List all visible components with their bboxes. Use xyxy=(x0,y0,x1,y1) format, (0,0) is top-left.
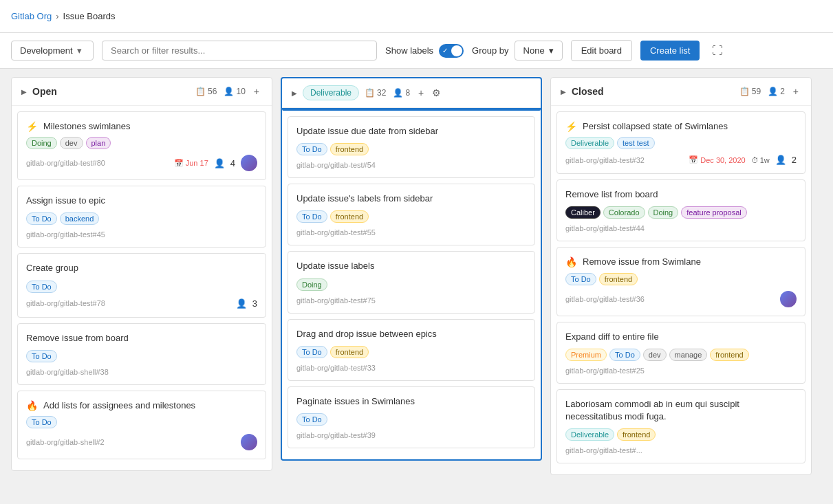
column-settings-button[interactable]: ⚙ xyxy=(429,86,444,100)
column-actions: +⚙ xyxy=(415,86,444,100)
card-reference: gitlab-org/gitlab-test#45 xyxy=(26,230,105,239)
card-labels: Doingdevplan xyxy=(26,137,257,149)
issue-count: 📋 32 xyxy=(365,88,386,98)
column-collapse-button[interactable]: ▶ xyxy=(21,88,27,96)
label-doing: Doing xyxy=(648,206,679,219)
toolbar: Development ▾ Show labels ✓ Group by Non… xyxy=(0,33,833,69)
top-bar: Gitlab Org › Issue Boards xyxy=(0,0,833,33)
label-doing: Doing xyxy=(26,137,57,149)
card-meta: gitlab-org/gitlab-shell#2 xyxy=(26,434,257,450)
board-selector[interactable]: Development ▾ xyxy=(11,41,94,61)
milestone-icon: ⚡ xyxy=(565,121,577,132)
card-labels: To Do xyxy=(26,350,257,362)
card-meta: gitlab-org/gitlab-shell#38 xyxy=(26,368,257,376)
cards-container: Update issue due date from sidebarTo Dof… xyxy=(282,111,541,459)
breadcrumb: Gitlab Org › Issue Boards xyxy=(11,11,115,21)
create-list-button[interactable]: Create list xyxy=(640,41,700,61)
calendar-icon: 📅 xyxy=(689,155,698,164)
card-title: Expand diff to entire file xyxy=(565,331,797,343)
issue-icon: 📋 xyxy=(739,87,750,96)
card-title: Paginate issues in Swimlanes xyxy=(296,395,526,408)
label-todo: To Do xyxy=(26,212,57,225)
card-cl5[interactable]: Laboriosam commodi ab in eum qui suscipi… xyxy=(556,389,805,463)
label-todo: To Do xyxy=(296,413,327,426)
show-labels-label: Show labels xyxy=(385,45,433,56)
label-todo: To Do xyxy=(26,350,57,362)
card-date: 📅 Dec 30, 2020 xyxy=(689,155,745,164)
card-reference: gitlab-org/gitlab-test#78 xyxy=(26,299,105,307)
avatar xyxy=(241,434,257,450)
issue-icon: 📋 xyxy=(195,87,206,96)
card-d3[interactable]: Update issue labelsDoinggitlab-org/gitla… xyxy=(288,251,535,313)
member-count: 👤 10 xyxy=(224,87,245,96)
card-header: ⚡Milestones swimlanes xyxy=(26,120,257,133)
card-header: ⚡Persist collapsed state of Swimlanes xyxy=(565,120,797,133)
fullscreen-button[interactable]: ⛶ xyxy=(708,41,727,61)
card-labels: To Do xyxy=(26,281,257,293)
card-reference: gitlab-org/gitlab-shell#38 xyxy=(26,368,109,376)
card-c3[interactable]: Create groupTo Dogitlab-org/gitlab-test#… xyxy=(17,253,266,317)
card-title: Assign issue to epic xyxy=(26,195,257,207)
cards-container: ⚡Milestones swimlanesDoingdevplangitlab-… xyxy=(12,106,272,470)
card-labels: To Do xyxy=(296,413,526,426)
card-info xyxy=(780,291,797,307)
card-header: 🔥Remove issue from Swimlane xyxy=(565,256,797,268)
add-issue-button[interactable]: + xyxy=(251,85,262,98)
card-reference: gitlab-org/gitlab-test#36 xyxy=(565,295,645,303)
card-reference: gitlab-org/gitlab-test#75 xyxy=(296,296,376,305)
card-d1[interactable]: Update issue due date from sidebarTo Dof… xyxy=(288,116,535,178)
card-cl4[interactable]: Expand diff to entire filePremiumTo Dode… xyxy=(556,322,805,384)
cards-container: ⚡Persist collapsed state of SwimlanesDel… xyxy=(551,106,811,474)
card-c2[interactable]: Assign issue to epicTo Dobackendgitlab-o… xyxy=(17,186,266,248)
card-labels: PremiumTo Dodevmanagefrontend xyxy=(565,349,797,361)
column-collapse-button[interactable]: ▶ xyxy=(292,89,297,97)
card-info xyxy=(241,434,257,450)
label-frontend: frontend xyxy=(330,210,369,223)
card-title: Laboriosam commodi ab in eum qui suscipi… xyxy=(565,398,797,423)
card-d2[interactable]: Update issue's labels from sidebarTo Dof… xyxy=(288,184,535,245)
fire-icon: 🔥 xyxy=(565,256,577,267)
card-labels: CaliberColoradoDoingfeature proposal xyxy=(565,206,797,219)
card-meta: gitlab-org/gitlab-test#80📅 Jun 17👤 4 xyxy=(26,155,257,171)
add-issue-button[interactable]: + xyxy=(415,86,426,100)
card-c1[interactable]: ⚡Milestones swimlanesDoingdevplangitlab-… xyxy=(17,111,266,180)
avatar xyxy=(241,155,257,171)
card-labels: To Dofrontend xyxy=(296,210,526,223)
search-input[interactable] xyxy=(102,41,377,61)
column-closed: ▶Closed📋 59👤 2+⚡Persist collapsed state … xyxy=(550,77,812,475)
group-by-select[interactable]: None ▾ xyxy=(515,41,563,61)
calendar-icon: 📅 xyxy=(174,159,184,168)
add-issue-button[interactable]: + xyxy=(790,85,801,98)
card-c5[interactable]: 🔥Add lists for assignees and milestonesT… xyxy=(17,391,266,459)
label-backend: backend xyxy=(60,212,100,225)
card-title: Update issue labels xyxy=(296,260,526,272)
show-labels-toggle[interactable]: ✓ xyxy=(439,44,464,58)
edit-board-button[interactable]: Edit board xyxy=(571,40,632,61)
card-meta: gitlab-org/gitlab-test#55 xyxy=(296,228,526,237)
board: ▶Open📋 56👤 10+⚡Milestones swimlanesDoing… xyxy=(0,69,833,504)
card-reference: gitlab-org/gitlab-test#32 xyxy=(565,156,645,164)
group-by-value: None xyxy=(523,45,545,56)
card-cl1[interactable]: ⚡Persist collapsed state of SwimlanesDel… xyxy=(556,111,805,174)
card-c4[interactable]: Remove issue from boardTo Dogitlab-org/g… xyxy=(17,323,266,385)
card-d4[interactable]: Drag and drop issue between epicsTo Dofr… xyxy=(288,319,535,381)
card-meta: gitlab-org/gitlab-test#39 xyxy=(296,431,526,439)
card-reference: gitlab-org/gitlab-test#25 xyxy=(565,366,645,375)
column-header-closed: ▶Closed📋 59👤 2+ xyxy=(551,78,811,106)
card-header: 🔥Add lists for assignees and milestones xyxy=(26,399,257,412)
group-by-label: Group by xyxy=(472,45,508,56)
card-cl2[interactable]: Remove list from boardCaliberColoradoDoi… xyxy=(556,179,805,241)
breadcrumb-current: Issue Boards xyxy=(63,11,116,21)
avatar xyxy=(780,291,797,307)
breadcrumb-org[interactable]: Gitlab Org xyxy=(11,11,52,21)
member-count: 👤 8 xyxy=(393,88,410,98)
card-title: Update issue's labels from sidebar xyxy=(296,193,526,205)
column-collapse-button[interactable]: ▶ xyxy=(561,88,566,96)
card-title: Persist collapsed state of Swimlanes xyxy=(583,120,728,133)
chevron-down-icon: ▾ xyxy=(77,45,82,56)
card-labels: To Dofrontend xyxy=(296,143,526,155)
card-cl3[interactable]: 🔥Remove issue from SwimlaneTo Dofrontend… xyxy=(556,247,805,316)
issue-count: 📋 56 xyxy=(195,87,217,96)
card-d5[interactable]: Paginate issues in SwimlanesTo Dogitlab-… xyxy=(288,386,535,448)
label-todo: To Do xyxy=(565,273,596,285)
